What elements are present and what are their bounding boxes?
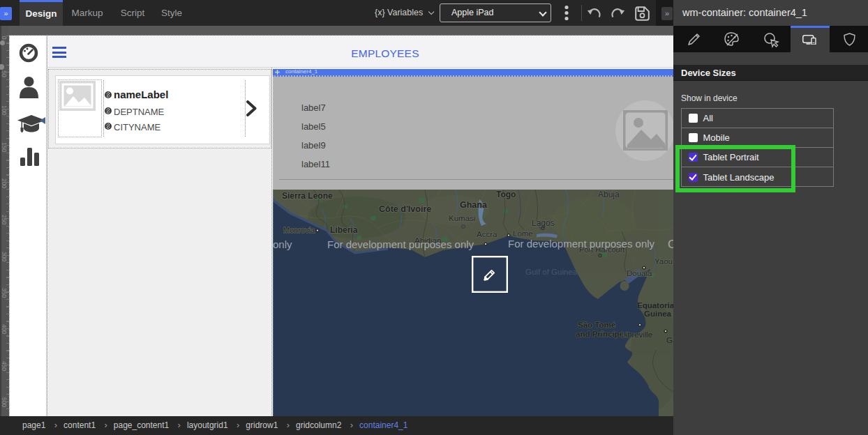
svg-text:Equatoria: Equatoria — [637, 301, 673, 310]
svg-text:only: only — [273, 238, 292, 250]
svg-text:Abuja: Abuja — [598, 190, 620, 199]
svg-text:Togo: Togo — [496, 190, 516, 199]
svg-text:and Príncipe: and Príncipe — [576, 330, 624, 338]
svg-text:Guinea: Guinea — [644, 310, 672, 318]
svg-text:Douala: Douala — [627, 269, 652, 277]
svg-text:Accra: Accra — [477, 230, 497, 238]
svg-text:Côte d'Ivoire: Côte d'Ivoire — [379, 204, 431, 214]
svg-text:Libreville: Libreville — [621, 330, 652, 339]
svg-text:C: C — [668, 238, 673, 251]
svg-text:São Tomé: São Tomé — [578, 321, 615, 329]
svg-text:Monrovia: Monrovia — [283, 226, 315, 234]
svg-text:Sierra Leone: Sierra Leone — [282, 191, 333, 201]
svg-text:For development purposes only: For development purposes only — [508, 238, 655, 250]
svg-text:Liberia: Liberia — [330, 225, 358, 235]
svg-text:Yaou: Yaou — [654, 257, 673, 266]
svg-text:Ga: Ga — [666, 336, 673, 344]
svg-text:Ghana: Ghana — [460, 200, 488, 210]
svg-text:Gulf of Guinea: Gulf of Guinea — [525, 268, 578, 276]
svg-text:For development purposes only: For development purposes only — [327, 238, 474, 250]
svg-text:Kumasi: Kumasi — [449, 214, 475, 222]
svg-text:Lome: Lome — [513, 229, 533, 238]
